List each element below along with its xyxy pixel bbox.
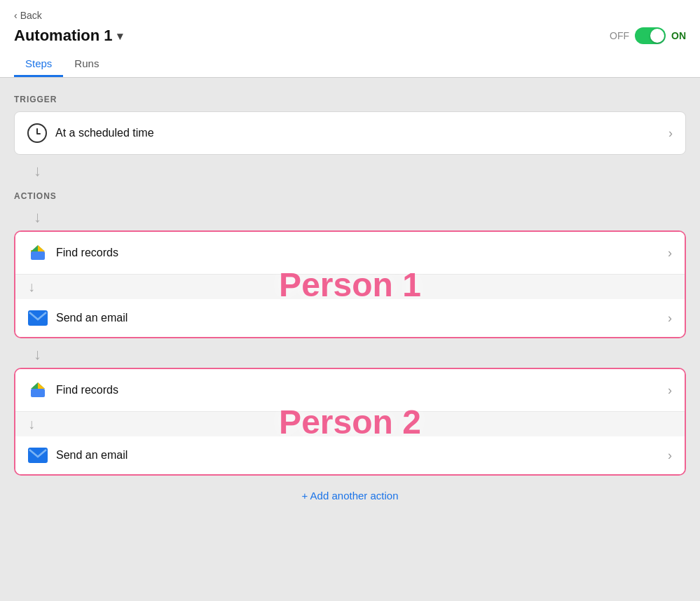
- toggle-switch[interactable]: [635, 27, 666, 44]
- trigger-section-label: TRIGGER: [14, 95, 686, 104]
- trigger-text: At a scheduled time: [55, 127, 154, 139]
- trigger-box[interactable]: At a scheduled time ›: [14, 111, 686, 155]
- send-email-chevron-2: ›: [668, 448, 672, 463]
- toggle-group: OFF ON: [610, 27, 686, 44]
- find-records-row-2[interactable]: Find records ›: [15, 369, 685, 412]
- find-records-icon-2: [28, 380, 48, 400]
- back-label: Back: [20, 10, 42, 21]
- trigger-left: At a scheduled time: [27, 123, 154, 143]
- find-records-left-1: Find records: [28, 243, 118, 263]
- inner-arrow-icon-1: ↓: [28, 279, 35, 295]
- actions-section: ACTIONS ↓ Person 1: [14, 191, 686, 476]
- back-chevron-icon: ‹: [14, 10, 18, 21]
- tab-runs[interactable]: Runs: [63, 52, 110, 77]
- svg-marker-5: [38, 245, 45, 251]
- back-link[interactable]: ‹ Back: [14, 10, 686, 21]
- svg-rect-7: [31, 389, 45, 397]
- between-groups-connector: ↓: [14, 345, 686, 364]
- automation-title-row: Automation 1 ▾ OFF ON: [14, 27, 686, 45]
- trigger-arrow-connector: ↓: [14, 162, 686, 180]
- actions-arrow-down-icon: ↓: [34, 208, 41, 226]
- find-records-left-2: Find records: [28, 380, 118, 400]
- add-action-row: + Add another action: [14, 490, 686, 502]
- inner-arrow-icon-2: ↓: [28, 416, 35, 432]
- actions-section-label: ACTIONS: [14, 191, 686, 201]
- header: ‹ Back Automation 1 ▾ OFF ON Steps Runs: [0, 0, 700, 78]
- send-email-left-2: Send an email: [28, 448, 128, 463]
- svg-rect-3: [31, 251, 45, 260]
- automation-name: Automation 1: [14, 27, 113, 45]
- send-email-text-2: Send an email: [56, 449, 128, 462]
- find-records-chevron-1: ›: [668, 246, 672, 261]
- add-action-button[interactable]: + Add another action: [301, 490, 398, 502]
- toggle-off-label: OFF: [610, 30, 629, 41]
- main-content: TRIGGER At a scheduled time › ↓ ACTIONS …: [0, 78, 700, 518]
- inner-arrow-2: ↓: [15, 412, 685, 436]
- dropdown-arrow-icon[interactable]: ▾: [117, 29, 123, 43]
- group-2-box: Person 2 Find records › ↓: [14, 368, 686, 476]
- find-records-text-1: Find records: [56, 247, 118, 259]
- trigger-chevron-icon: ›: [668, 126, 673, 141]
- find-records-row-1[interactable]: Find records ›: [15, 232, 685, 275]
- find-records-chevron-2: ›: [668, 383, 672, 398]
- tab-steps[interactable]: Steps: [14, 52, 63, 77]
- group-1-box: Person 1 Find records: [14, 230, 686, 338]
- tabs: Steps Runs: [14, 52, 686, 77]
- inner-arrow-1: ↓: [15, 275, 685, 299]
- svg-marker-9: [38, 382, 45, 389]
- send-email-chevron-1: ›: [668, 311, 672, 326]
- send-email-left-1: Send an email: [28, 310, 128, 326]
- toggle-knob: [650, 29, 664, 43]
- actions-arrow-connector: ↓: [14, 208, 686, 226]
- email-icon-1: [28, 310, 48, 326]
- clock-icon: [27, 123, 47, 143]
- send-email-row-2[interactable]: Send an email ›: [15, 436, 685, 474]
- find-records-text-2: Find records: [56, 384, 118, 396]
- page-container: ‹ Back Automation 1 ▾ OFF ON Steps Runs: [0, 0, 700, 601]
- send-email-text-1: Send an email: [56, 312, 128, 324]
- send-email-row-1[interactable]: Send an email ›: [15, 299, 685, 337]
- toggle-on-label: ON: [671, 30, 686, 41]
- find-records-icon-1: [28, 243, 48, 263]
- email-icon-2: [28, 448, 48, 463]
- arrow-down-icon: ↓: [34, 162, 41, 180]
- automation-title: Automation 1 ▾: [14, 27, 123, 45]
- between-groups-arrow-icon: ↓: [34, 345, 41, 364]
